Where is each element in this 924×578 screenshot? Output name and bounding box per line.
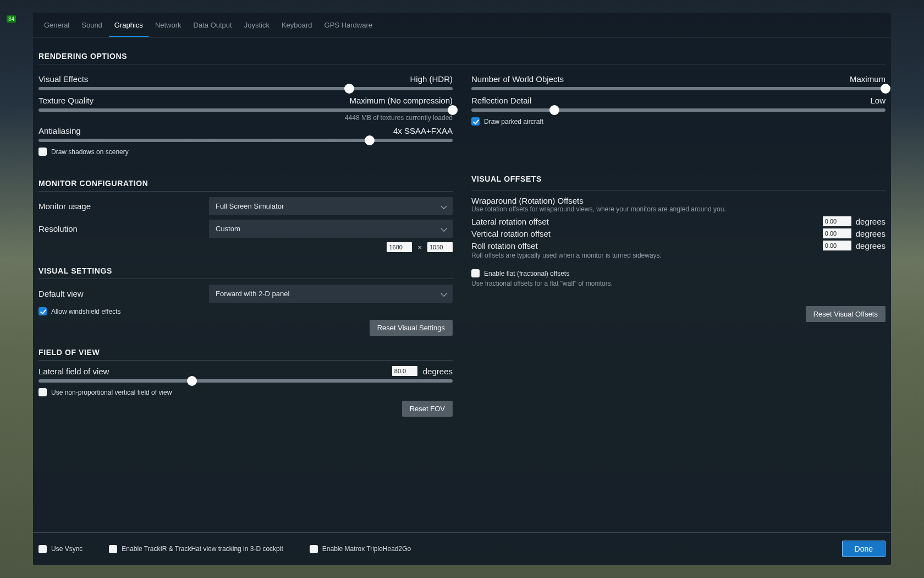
antialiasing-label: Antialiasing (38, 126, 81, 135)
reflection-thumb[interactable] (549, 105, 559, 115)
wraparound-subhead: Wraparound (Rotation) Offsets (471, 196, 886, 205)
visual-effects-value: High (HDR) (410, 74, 453, 84)
done-button[interactable]: Done (842, 541, 886, 557)
texture-quality-value: Maximum (No compression) (349, 96, 453, 105)
resolution-height-input[interactable] (427, 242, 453, 252)
footer-bar: Use Vsync Enable TrackIR & TrackHat view… (33, 532, 891, 565)
fps-badge: 34 (7, 15, 16, 23)
tab-general[interactable]: General (38, 13, 75, 37)
draw-shadows-checkbox[interactable] (38, 148, 47, 156)
chevron-down-icon (441, 290, 447, 296)
nonprop-fov-checkbox[interactable] (38, 388, 47, 396)
texture-quality-thumb[interactable] (448, 105, 458, 115)
roll-offset-hint: Roll offsets are typically used when a m… (471, 252, 886, 259)
lateral-offset-input[interactable] (823, 216, 851, 226)
parked-aircraft-label: Draw parked aircraft (484, 118, 543, 126)
flat-offsets-label: Enable flat (fractional) offsets (484, 270, 569, 277)
default-view-select[interactable]: Forward with 2-D panel (209, 285, 453, 303)
trackir-checkbox[interactable] (109, 545, 117, 553)
reflection-value: Low (870, 96, 886, 105)
texture-quality-slider[interactable] (38, 108, 453, 112)
visual-effects-thumb[interactable] (344, 84, 354, 94)
reflection-slider[interactable] (471, 108, 886, 112)
vertical-offset-label: Vertical rotation offset (471, 229, 551, 238)
lateral-fov-label: Lateral field of view (38, 367, 109, 376)
reset-visual-settings-button[interactable]: Reset Visual Settings (370, 320, 453, 336)
settings-panel: General Sound Graphics Network Data Outp… (33, 13, 891, 565)
fov-unit: degrees (423, 367, 453, 376)
antialiasing-value: 4x SSAA+FXAA (393, 126, 453, 135)
monitor-usage-select[interactable]: Full Screen Simulator (209, 197, 453, 215)
flat-offsets-hint: Use fractional offsets for a flat "wall"… (471, 280, 886, 287)
resolution-label: Resolution (38, 224, 204, 233)
draw-shadows-label: Draw shadows on scenery (51, 148, 129, 156)
reflection-label: Reflection Detail (471, 96, 531, 105)
monitor-usage-label: Monitor usage (38, 201, 204, 211)
vertical-offset-unit: degrees (856, 229, 886, 238)
antialiasing-thumb[interactable] (365, 135, 375, 145)
reset-visual-offsets-button[interactable]: Reset Visual Offsets (806, 306, 886, 322)
resolution-width-input[interactable] (387, 242, 412, 252)
vertical-offset-input[interactable] (823, 228, 851, 238)
trackir-label: Enable TrackIR & TrackHat view tracking … (122, 545, 283, 553)
resolution-value: Custom (216, 225, 240, 233)
antialiasing-slider[interactable] (38, 139, 453, 142)
roll-offset-label: Roll rotation offset (471, 241, 538, 250)
reset-fov-button[interactable]: Reset FOV (402, 401, 453, 417)
world-objects-slider[interactable] (471, 87, 886, 90)
resolution-separator: × (417, 243, 422, 252)
vsync-checkbox[interactable] (38, 545, 47, 553)
lateral-fov-input[interactable] (392, 366, 417, 376)
section-fov: FIELD OF VIEW (38, 343, 453, 361)
world-objects-thumb[interactable] (881, 84, 890, 94)
tab-data-output[interactable]: Data Output (188, 13, 238, 37)
section-rendering: RENDERING OPTIONS (38, 47, 886, 64)
vsync-label: Use Vsync (51, 545, 82, 553)
parked-aircraft-checkbox[interactable] (471, 117, 480, 126)
lateral-offset-unit: degrees (856, 217, 886, 226)
windshield-effects-label: Allow windshield effects (51, 308, 121, 315)
visual-effects-slider[interactable] (38, 87, 453, 90)
matrox-label: Enable Matrox TripleHead2Go (322, 545, 411, 553)
default-view-label: Default view (38, 289, 204, 298)
roll-offset-unit: degrees (856, 241, 886, 250)
tab-joystick[interactable]: Joystick (239, 13, 275, 37)
tabs-bar: General Sound Graphics Network Data Outp… (33, 13, 891, 37)
tab-graphics[interactable]: Graphics (109, 13, 148, 37)
texture-memory-note: 4448 MB of textures currently loaded (38, 114, 453, 122)
world-objects-label: Number of World Objects (471, 74, 564, 84)
lateral-offset-label: Lateral rotation offset (471, 217, 549, 226)
lateral-fov-thumb[interactable] (187, 376, 197, 386)
windshield-effects-checkbox[interactable] (38, 307, 47, 315)
nonprop-fov-label: Use non-proportional vertical field of v… (51, 389, 172, 396)
tab-sound[interactable]: Sound (76, 13, 108, 37)
section-visual-settings: VISUAL SETTINGS (38, 262, 453, 279)
tab-keyboard[interactable]: Keyboard (276, 13, 318, 37)
tab-gps-hardware[interactable]: GPS Hardware (319, 13, 378, 37)
resolution-select[interactable]: Custom (209, 220, 453, 238)
world-objects-value: Maximum (850, 74, 886, 84)
default-view-value: Forward with 2-D panel (216, 290, 289, 298)
monitor-usage-value: Full Screen Simulator (216, 202, 284, 210)
roll-offset-input[interactable] (823, 241, 851, 250)
lateral-fov-slider[interactable] (38, 379, 453, 383)
texture-quality-label: Texture Quality (38, 96, 94, 105)
chevron-down-icon (441, 203, 447, 209)
wraparound-hint: Use rotation offsets for wraparound view… (471, 205, 886, 213)
section-monitor: MONITOR CONFIGURATION (38, 175, 453, 192)
flat-offsets-checkbox[interactable] (471, 269, 480, 277)
matrox-checkbox[interactable] (310, 545, 318, 553)
section-visual-offsets: VISUAL OFFSETS (471, 175, 886, 187)
visual-effects-label: Visual Effects (38, 74, 88, 84)
chevron-down-icon (441, 225, 447, 231)
tab-network[interactable]: Network (150, 13, 187, 37)
